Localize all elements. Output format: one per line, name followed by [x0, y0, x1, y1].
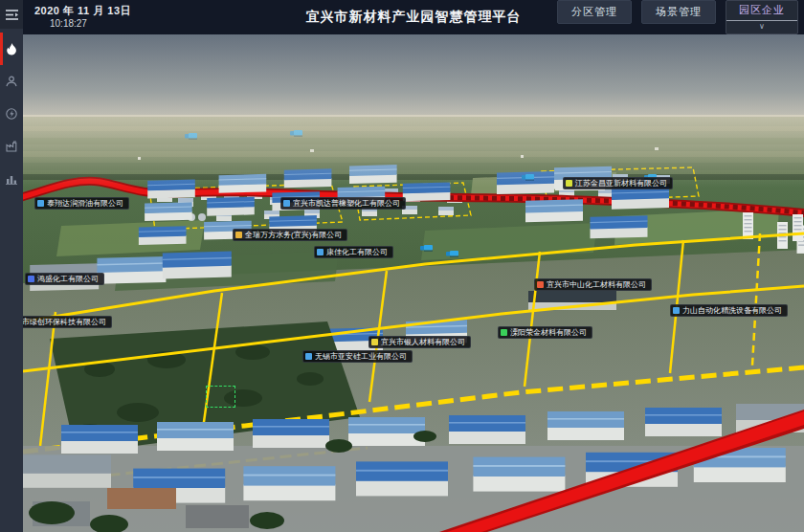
company-pin-icon — [566, 180, 572, 187]
company-pin-icon — [235, 232, 242, 238]
company-label-text: 江苏金昌亚新材料有限公司 — [575, 180, 667, 188]
company-label[interactable]: 力山自动化精洗设备有限公司 — [670, 304, 788, 317]
map-3d-view[interactable]: 泰翔达润滑油有限公司 宜兴市凯达普橡塑化工有限公司 全瑞万方水务(宜兴)有限公司… — [23, 34, 804, 532]
company-label[interactable]: 全瑞万方水务(宜兴)有限公司 — [233, 229, 347, 241]
scene-management-button[interactable]: 场景管理 — [641, 0, 716, 24]
company-pin-icon — [501, 329, 507, 336]
company-label[interactable]: 康佳化工有限公司 — [314, 246, 393, 258]
selection-box — [206, 386, 235, 408]
company-pin-icon — [317, 249, 324, 255]
company-label-text: 全瑞万方水务(宜兴)有限公司 — [245, 232, 342, 239]
dropdown-label: 园区企业 — [726, 1, 797, 21]
company-label[interactable]: 鸿盛化工有限公司 — [25, 273, 104, 285]
company-label-text: 康佳化工有限公司 — [326, 249, 388, 256]
company-label-text: 无锡市亚安硅工业有限公司 — [315, 353, 407, 361]
sidebar-item-fire[interactable] — [0, 33, 23, 65]
company-pin-icon — [28, 276, 34, 282]
company-label[interactable]: 江苏金昌亚新材料有限公司 — [563, 177, 673, 189]
time-label: 10:18:27 — [34, 18, 131, 31]
date-label: 2020 年 11 月 13日 — [34, 5, 131, 18]
bar-chart-icon — [6, 173, 17, 185]
sidebar-item-personnel[interactable] — [0, 65, 23, 98]
hamburger-icon — [6, 10, 18, 20]
company-pin-icon — [283, 200, 290, 207]
sidebar-item-statistics[interactable] — [0, 163, 23, 195]
menu-button[interactable] — [0, 0, 23, 29]
company-label[interactable]: 市绿创环保科技有限公司 — [23, 316, 112, 328]
company-label[interactable]: 宜兴市银人材料有限公司 — [368, 336, 471, 348]
sidebar-item-enterprises[interactable] — [0, 130, 23, 163]
page-title: 宜兴市新材料产业园智慧管理平台 — [306, 9, 522, 26]
company-label-text: 泰翔达润滑油有限公司 — [47, 200, 123, 208]
flame-icon — [7, 43, 17, 55]
company-pin-icon — [371, 339, 378, 345]
app-window: 2020 年 11 月 13日 10:18:27 宜兴市新材料产业园智慧管理平台… — [0, 0, 804, 532]
chevron-down-icon: ∨ — [726, 21, 797, 33]
sidebar-item-energy[interactable] — [0, 98, 23, 130]
header-actions: 分区管理 场景管理 园区企业 ∨ — [557, 0, 804, 34]
company-label[interactable]: 宜兴市凯达普橡塑化工有限公司 — [280, 197, 406, 210]
company-label[interactable]: 泰翔达润滑油有限公司 — [34, 197, 129, 210]
sidebar — [0, 0, 23, 532]
company-label-text: 宜兴市中山化工材料有限公司 — [547, 281, 646, 289]
person-icon — [6, 76, 17, 87]
company-label-text: 宜兴市银人材料有限公司 — [381, 339, 465, 346]
zone-management-button[interactable]: 分区管理 — [557, 0, 632, 24]
map-terrain — [23, 34, 804, 532]
company-pin-icon — [537, 281, 544, 288]
company-label-text: 市绿创环保科技有限公司 — [23, 319, 106, 326]
park-enterprise-dropdown[interactable]: 园区企业 ∨ — [726, 0, 798, 34]
company-pin-icon — [673, 307, 680, 314]
company-pin-icon — [305, 353, 312, 360]
datetime: 2020 年 11 月 13日 10:18:27 — [23, 5, 131, 30]
company-label[interactable]: 溧阳荣金材料有限公司 — [498, 326, 592, 339]
company-label-text: 力山自动化精洗设备有限公司 — [682, 307, 782, 315]
company-label-text: 宜兴市凯达普橡塑化工有限公司 — [293, 200, 400, 208]
power-icon — [6, 108, 17, 120]
top-bar: 2020 年 11 月 13日 10:18:27 宜兴市新材料产业园智慧管理平台… — [23, 0, 804, 34]
company-label[interactable]: 宜兴市中山化工材料有限公司 — [534, 278, 652, 291]
company-label[interactable]: 无锡市亚安硅工业有限公司 — [302, 350, 413, 363]
factory-icon — [6, 141, 17, 152]
company-pin-icon — [37, 200, 44, 207]
company-label-text: 鸿盛化工有限公司 — [37, 276, 99, 283]
company-label-text: 溧阳荣金材料有限公司 — [510, 329, 587, 337]
